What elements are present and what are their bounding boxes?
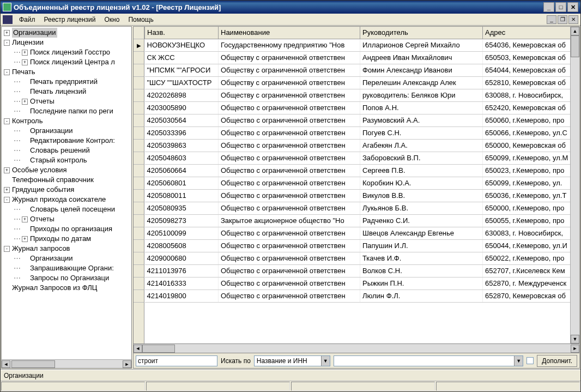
- search-field-combo[interactable]: Название и ИНН ▼: [254, 355, 330, 366]
- table-cell[interactable]: Общество с ограниченной ответствен: [219, 239, 360, 252]
- table-cell[interactable]: 650055, г.Кемерово, про: [483, 214, 571, 227]
- table-cell[interactable]: Попов А.Н.: [360, 101, 483, 114]
- tree-item[interactable]: ⋯Печать предприятий: [3, 77, 130, 87]
- expand-icon[interactable]: +: [22, 59, 28, 65]
- table-row[interactable]: 4202026898Обществу с ограниченной ответс…: [145, 89, 571, 101]
- table-cell[interactable]: 4205030564: [145, 114, 219, 126]
- table-cell[interactable]: Общество с ограниченной ответствен: [219, 139, 360, 152]
- table-cell[interactable]: Лукьянов Б.В.: [360, 202, 483, 214]
- additional-button[interactable]: Дополнит.: [537, 355, 577, 367]
- row-header[interactable]: [134, 227, 144, 240]
- tree-item[interactable]: Телефонный справочник: [3, 175, 130, 185]
- table-cell[interactable]: Общество с ограниченной ответствен: [219, 290, 360, 302]
- menu-item-реестр-лицензий[interactable]: Реестр лицензий: [40, 15, 100, 25]
- tree-item[interactable]: +Грядущие события: [3, 185, 130, 195]
- table-cell[interactable]: 650036, г.Кемерово, ул.Т: [483, 189, 571, 202]
- tree-item[interactable]: ⋯Запрашивающие Органи:: [3, 263, 130, 273]
- table-cell[interactable]: 650066, г.Кемерово, ул.С: [483, 126, 571, 139]
- table-cell[interactable]: Сергеев П.В.: [360, 164, 483, 177]
- tree-item[interactable]: ⋯Приходы по организация: [3, 224, 130, 234]
- table-cell[interactable]: 4205060801: [145, 177, 219, 189]
- tree-item[interactable]: ⋯Словарь решений: [3, 146, 130, 155]
- table-cell[interactable]: 4209000680: [145, 252, 219, 264]
- table-cell[interactable]: 4202026898: [145, 89, 219, 101]
- row-header[interactable]: [134, 240, 144, 252]
- table-row[interactable]: 4205080011Общество с ограниченной ответс…: [145, 189, 571, 202]
- table-row[interactable]: "НПСМК ""АГРОСИОбществу с ограниченной о…: [145, 64, 571, 76]
- table-cell[interactable]: 4205039863: [145, 139, 219, 152]
- column-header[interactable]: Руководитель: [360, 27, 483, 39]
- expand-icon[interactable]: +: [22, 236, 28, 242]
- tree-item[interactable]: -Журнал запросов: [3, 244, 130, 254]
- table-cell[interactable]: Обществу с ограниченной ответствен: [219, 64, 360, 76]
- expand-icon[interactable]: +: [22, 50, 28, 56]
- table-cell[interactable]: Общество с ограниченной ответствен: [219, 177, 360, 189]
- table-row[interactable]: 4214019800Общество с ограниченной ответс…: [145, 290, 571, 302]
- tree-item[interactable]: ⋯Организации: [3, 254, 130, 263]
- table-cell[interactable]: 650023, г.Кемерово, про: [483, 164, 571, 177]
- table-cell[interactable]: 650000, Кемеровская об: [483, 139, 571, 152]
- collapse-icon[interactable]: -: [4, 246, 10, 252]
- menu-item-помощь[interactable]: Помощь: [124, 15, 158, 25]
- scroll-right-icon[interactable]: ►: [571, 345, 579, 353]
- chevron-down-icon[interactable]: ▼: [514, 356, 523, 366]
- table-cell[interactable]: Фомин Александр Иванови: [360, 64, 483, 76]
- table-cell[interactable]: Папушин И.Л.: [360, 239, 483, 252]
- tree-item[interactable]: ⋯Последние папки по реги: [3, 106, 130, 116]
- tree-item[interactable]: -Печать: [3, 67, 130, 77]
- tree-item[interactable]: ⋯Печать лицензий: [3, 87, 130, 97]
- table-row[interactable]: 4211013976Общество с ограниченной ответс…: [145, 264, 571, 277]
- row-header[interactable]: [134, 290, 144, 303]
- table-cell[interactable]: руководитель: Беляков Юри: [360, 89, 483, 101]
- table-cell[interactable]: Общество с ограниченной ответствен: [219, 101, 360, 114]
- tree-item[interactable]: -Контроль: [3, 116, 130, 126]
- tree-item[interactable]: ⋯+Поиск лицензий Центра л: [3, 57, 130, 67]
- table-cell[interactable]: 652870, Кемеровская об: [483, 290, 571, 302]
- table-cell[interactable]: 654044, Кемеровская об: [483, 64, 571, 76]
- row-header[interactable]: [134, 127, 144, 140]
- tree-item[interactable]: ⋯Организации: [3, 126, 130, 136]
- tree-item[interactable]: ⋯Редактирование Контрол:: [3, 136, 130, 146]
- tree-item[interactable]: -Лицензии: [3, 38, 130, 47]
- tree-item[interactable]: -Журнал прихода соискателе: [3, 195, 130, 204]
- table-cell[interactable]: Общество с ограниченной ответствен: [219, 189, 360, 202]
- expand-icon[interactable]: +: [22, 216, 28, 222]
- row-header[interactable]: [134, 190, 144, 202]
- table-cell[interactable]: Радченко С.И.: [360, 214, 483, 227]
- table-cell[interactable]: Общество с ограниченной ответствен: [219, 164, 360, 177]
- row-header[interactable]: [134, 152, 144, 165]
- table-row[interactable]: 4205060664Общество с ограниченной ответс…: [145, 164, 571, 177]
- table-cell[interactable]: 4205060664: [145, 164, 219, 177]
- expand-icon[interactable]: +: [22, 99, 28, 105]
- tree-item[interactable]: ⋯Запросы по Организаци: [3, 273, 130, 283]
- table-cell[interactable]: Общество с ограниченной ответствен: [219, 252, 360, 264]
- table-cell[interactable]: Общество с ограниченной ответствен: [219, 227, 360, 239]
- table-row[interactable]: 4205039863Общество с ограниченной ответс…: [145, 139, 571, 152]
- table-row[interactable]: 4205060801Общество с ограниченной ответс…: [145, 177, 571, 189]
- table-cell[interactable]: Волков С.Н.: [360, 264, 483, 277]
- table-row[interactable]: 4214016333Общество с ограниченной ответс…: [145, 277, 571, 290]
- filter-checkbox[interactable]: [526, 357, 534, 364]
- scroll-thumb[interactable]: [11, 360, 55, 368]
- row-header[interactable]: [134, 89, 144, 102]
- table-cell[interactable]: Общество с ограниченной ответствен: [219, 264, 360, 277]
- table-cell[interactable]: 4208005608: [145, 239, 219, 252]
- row-header[interactable]: [134, 64, 144, 77]
- table-cell[interactable]: 650022, г.Кемерово, про: [483, 252, 571, 264]
- table-cell[interactable]: Швецов Александр Евгенье: [360, 227, 483, 239]
- table-row[interactable]: "ШСУ ""ШАХТОСТРОбществу с ограниченной о…: [145, 76, 571, 89]
- table-cell[interactable]: "НПСМК ""АГРОСИ: [145, 64, 219, 76]
- table-cell[interactable]: Обществу с ограниченной ответствен: [219, 89, 360, 101]
- table-row[interactable]: 4205030564Общество с ограниченной ответс…: [145, 114, 571, 126]
- table-cell[interactable]: Ткачев И.Ф.: [360, 252, 483, 264]
- tree-item[interactable]: Журнал Запросов из ФЛЦ: [3, 283, 130, 293]
- table-row[interactable]: НОВОКУЗНЕЦКОГосударственному предприятию…: [145, 39, 571, 51]
- table-cell[interactable]: СК ЖСС: [145, 51, 219, 64]
- chevron-down-icon[interactable]: ▼: [321, 356, 330, 366]
- maximize-button[interactable]: □: [555, 2, 566, 12]
- filter-combo[interactable]: ▼: [334, 355, 524, 366]
- table-cell[interactable]: 4203005890: [145, 101, 219, 114]
- tree-horizontal-scrollbar[interactable]: ◄ ►: [2, 359, 131, 368]
- table-cell[interactable]: 650099, г.Кемерово, ул.М: [483, 152, 571, 164]
- table-row[interactable]: СК ЖССОбществу с ограниченной ответствен…: [145, 51, 571, 64]
